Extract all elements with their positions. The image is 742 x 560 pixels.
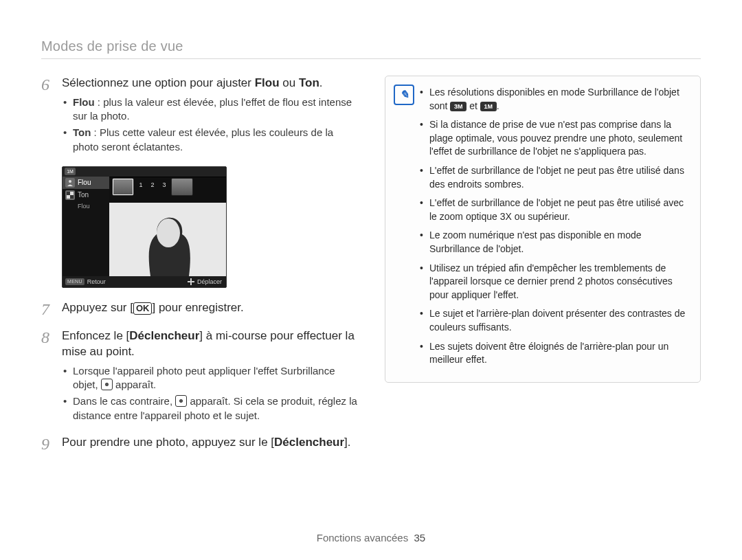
text: Sélectionnez une option pour ajuster — [62, 76, 255, 89]
step-number: 8 — [41, 328, 62, 425]
step-9: 9 Pour prendre une photo, appuyez sur le… — [41, 435, 357, 453]
bullet-fail-icon: Dans le cas contraire, apparaît. Si cela… — [62, 394, 357, 423]
person-icon — [65, 178, 75, 188]
option-label: Flou — [78, 203, 90, 210]
mode-badge: 1M — [65, 168, 76, 175]
right-column: ✎ Les résolutions disponibles en mode Su… — [385, 76, 701, 463]
section-rule — [41, 58, 701, 59]
option-flou[interactable]: Flou — [63, 177, 109, 189]
portrait-silhouette-icon — [109, 203, 226, 276]
step-9-text: Pour prendre une photo, appuyez sur le [… — [62, 435, 357, 451]
blur-level-slider[interactable]: 1 2 3 — [112, 178, 222, 203]
step-6: 6 Sélectionnez une option pour ajuster F… — [41, 76, 357, 157]
note-item: Si la distance de prise de vue n'est pas… — [420, 118, 689, 159]
scale-3: 3 — [159, 178, 169, 188]
note-list: Les résolutions disponibles en mode Surb… — [420, 86, 689, 367]
page-number: 35 — [414, 532, 426, 544]
back-label: Retour — [87, 278, 106, 285]
camera-lcd-mock: 1M Flou Ton Flou — [62, 166, 227, 288]
slider-thumb-end[interactable] — [171, 178, 193, 196]
focus-ok-icon — [101, 379, 113, 390]
step-7: 7 Appuyez sur [OK] pour enregistrer. — [41, 300, 357, 319]
text: et — [466, 100, 480, 111]
step-number: 7 — [41, 300, 62, 319]
resolution-badge-1m: 1M — [480, 102, 497, 111]
footer-section: Fonctions avancées — [317, 532, 408, 544]
note-item: Le sujet et l'arrière-plan doivent prése… — [420, 307, 689, 334]
menu-chip[interactable]: MENU — [65, 278, 85, 285]
step-8: 8 Enfoncez le [Déclencheur] à mi-course … — [41, 328, 357, 425]
step-8-bullets: Lorsque l'appareil photo peut appliquer … — [62, 364, 357, 423]
move-label: Déplacer — [197, 278, 222, 285]
note-item: Les résolutions disponibles en mode Surb… — [420, 86, 689, 113]
bold-flou: Flou — [255, 76, 280, 89]
text: ] pour enregistrer. — [152, 301, 243, 314]
text: ]. — [344, 436, 350, 449]
bullet-ok-icon: Lorsque l'appareil photo peut appliquer … — [62, 364, 357, 392]
note-item: Utilisez un trépied afin d'empêcher les … — [420, 262, 689, 302]
bold-declencheur: Déclencheur — [129, 329, 199, 342]
bold-declencheur: Déclencheur — [274, 436, 344, 449]
page-footer: Fonctions avancées 35 — [0, 532, 742, 544]
option-label: Flou — [78, 179, 91, 186]
label: Ton — [73, 126, 91, 138]
text: : plus la valeur est élevée, plus l'effe… — [73, 96, 352, 122]
text: : Plus cette valeur est élevée, plus les… — [73, 126, 333, 152]
step-number: 9 — [41, 435, 62, 453]
info-note-box: ✎ Les résolutions disponibles en mode Su… — [385, 76, 701, 383]
text: . — [497, 100, 499, 111]
step-number: 6 — [41, 76, 62, 157]
checker-icon — [65, 190, 75, 200]
text: Dans le cas contraire, — [73, 395, 175, 407]
scale-1: 1 — [136, 178, 146, 188]
note-item: Les sujets doivent être éloignés de l'ar… — [420, 340, 689, 367]
bullet-flou: Flou : plus la valeur est élevée, plus l… — [62, 96, 357, 124]
lcd-preview — [109, 203, 226, 276]
step-6-lead: Sélectionnez une option pour ajuster Flo… — [62, 76, 357, 91]
manual-page: Modes de prise de vue 6 Sélectionnez une… — [0, 0, 742, 560]
step-7-text: Appuyez sur [OK] pour enregistrer. — [62, 300, 357, 316]
note-item: L'effet de surbrillance de l'objet ne pe… — [420, 164, 689, 191]
text: apparaît. — [113, 379, 156, 390]
slider-thumb-start[interactable] — [112, 178, 134, 196]
resolution-badge-3m: 3M — [450, 102, 466, 111]
note-item: L'effet de surbrillance de l'objet ne pe… — [420, 197, 689, 223]
svg-rect-2 — [67, 192, 70, 195]
two-column-layout: 6 Sélectionnez une option pour ajuster F… — [41, 76, 701, 463]
step-6-bullets: Flou : plus la valeur est élevée, plus l… — [62, 96, 357, 154]
text: ou — [280, 76, 299, 89]
info-icon: ✎ — [394, 85, 414, 105]
svg-point-5 — [157, 219, 180, 247]
option-ton[interactable]: Ton — [63, 189, 109, 201]
section-title: Modes de prise de vue — [41, 38, 701, 54]
left-column: 6 Sélectionnez une option pour ajuster F… — [41, 76, 357, 463]
bullet-ton: Ton : Plus cette valeur est élevée, plus… — [62, 126, 357, 154]
scale-2: 2 — [148, 178, 157, 188]
text: Pour prendre une photo, appuyez sur le [ — [62, 436, 274, 449]
label: Flou — [73, 96, 95, 108]
lcd-left-panel: Flou Ton Flou — [63, 177, 109, 276]
svg-rect-3 — [70, 195, 74, 199]
svg-point-0 — [69, 180, 71, 183]
text: Enfoncez le [ — [62, 329, 129, 342]
option-label: Ton — [78, 191, 89, 199]
dpad-icon — [188, 278, 194, 285]
bold-ton: Ton — [299, 76, 319, 89]
step-8-lead: Enfoncez le [Déclencheur] à mi-course po… — [62, 328, 357, 360]
lcd-top-bar: 1M — [63, 167, 226, 177]
note-item: Le zoom numérique n'est pas disponible e… — [420, 229, 689, 256]
ok-key-icon: OK — [133, 302, 153, 315]
option-flou-sub[interactable]: Flou — [63, 201, 109, 211]
focus-fail-icon — [175, 395, 187, 407]
text: . — [319, 76, 323, 89]
text: Appuyez sur [ — [62, 301, 133, 314]
lcd-bottom-bar: MENU Retour Déplacer — [63, 276, 226, 287]
